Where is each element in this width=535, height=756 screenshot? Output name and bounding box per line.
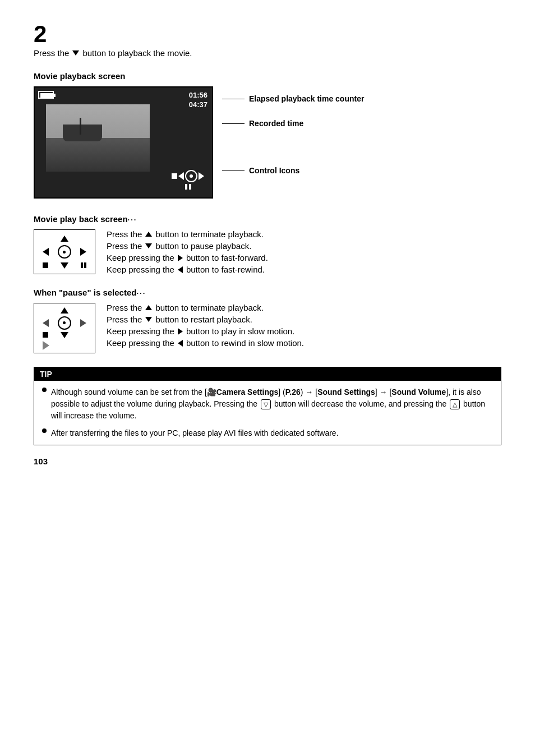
bullet-dot-2 (42, 428, 47, 433)
page-number: 103 (34, 457, 501, 466)
pcell-empty-4-3 (74, 340, 93, 351)
step-intro: Press the button to playback the movie. (34, 48, 501, 58)
right-arrow-icon (178, 328, 183, 335)
pcell-slowplay (36, 340, 55, 351)
pause-section: When "pause" is selected··· (34, 288, 501, 353)
movie-playback-instructions-text: Press the button to terminate playback. … (107, 229, 268, 274)
movie-playback-controls-title: Movie play back screen··· (34, 214, 501, 224)
tip-text-2: After transferring the files to your PC,… (51, 427, 339, 439)
down-arrow-icon (145, 243, 152, 248)
callout-controls: Control Icons (222, 166, 364, 175)
pcell-empty-tl (36, 306, 55, 316)
pause-instr-line-3: Keep pressing the button to play in slow… (107, 326, 304, 336)
cell-up (56, 232, 74, 245)
elapsed-time: 01:56 (189, 91, 207, 100)
pause-icon (185, 184, 191, 190)
bullet-dot-1 (42, 388, 47, 392)
callouts: Elapsed playback time counter Recorded t… (222, 86, 364, 175)
pcell-left (36, 316, 55, 330)
callout-line (222, 170, 245, 171)
tip-bullet-1: Although sound volume can be set from th… (42, 386, 493, 422)
step-intro-pre: Press the (34, 48, 69, 58)
tip-bullet-2: After transferring the files to your PC,… (42, 427, 493, 439)
instr-line-4: Keep pressing the button to fast-rewind. (107, 265, 268, 274)
pcell-right (74, 316, 93, 330)
instr-line-3: Keep pressing the button to fast-forward… (107, 253, 268, 262)
time-display: 01:56 04:37 (189, 91, 207, 110)
instr-line-1: Press the button to terminate playback. (107, 229, 268, 239)
callout-recorded-text: Recorded time (249, 119, 303, 128)
pause-instr-line-1: Press the button to terminate playback. (107, 303, 304, 312)
pause-control-diagram (34, 303, 95, 353)
pcell-center (56, 316, 74, 330)
pcell-up (56, 306, 74, 316)
pcell-empty-tr (74, 306, 93, 316)
pcell-stop (36, 330, 55, 340)
tip-header: TIP (34, 367, 501, 381)
pause-instr-line-2: Press the button to restart playback. (107, 315, 304, 324)
tip-text-1: Although sound volume can be set from th… (51, 386, 493, 422)
left-arrow-icon (178, 266, 183, 273)
movie-playback-controls-section: Movie play back screen··· Press the butt… (34, 214, 501, 274)
pause-instr-line-4: Keep pressing the button to rewind in sl… (107, 338, 304, 348)
callout-elapsed: Elapsed playback time counter (222, 94, 364, 103)
cell-empty-tr (74, 232, 93, 245)
pause-instructions-text: Press the button to terminate playback. … (107, 303, 304, 348)
screen-controls-area (172, 170, 204, 190)
rewind-icon (178, 172, 184, 180)
stop-icon (172, 173, 177, 179)
pcell-empty-4-2 (56, 340, 74, 351)
cell-right (74, 245, 93, 259)
up-button-icon: △ (450, 399, 460, 409)
video-preview (46, 104, 150, 172)
playback-screen-container: 01:56 04:37 (34, 86, 501, 199)
right-arrow-icon (178, 255, 183, 261)
tip-content: Although sound volume can be set from th… (34, 381, 501, 445)
cell-down (56, 259, 74, 271)
callout-controls-text: Control Icons (249, 166, 299, 175)
step-number: 2 (34, 22, 501, 46)
cell-center (56, 245, 74, 259)
playback-screen-title: Movie playback screen (34, 71, 501, 81)
step-intro-post: button to playback the movie. (82, 48, 192, 58)
down-arrow-icon (145, 317, 152, 322)
cell-stop (36, 259, 55, 271)
down-arrow-icon (72, 50, 79, 56)
recorded-time: 04:37 (189, 100, 207, 110)
pcell-down (56, 330, 74, 340)
center-icon (185, 170, 197, 182)
up-arrow-icon (145, 305, 152, 310)
pause-section-title: When "pause" is selected··· (34, 288, 501, 297)
pause-control-grid (34, 303, 95, 353)
cell-empty-tl (36, 232, 55, 245)
pause-icon-row (185, 184, 191, 190)
pause-instructions-row: Press the button to terminate playback. … (34, 303, 501, 353)
cell-left (36, 245, 55, 259)
control-icon-diagram (34, 229, 95, 274)
battery-icon (38, 91, 54, 99)
cell-empty-br (74, 259, 93, 271)
callout-elapsed-text: Elapsed playback time counter (249, 94, 364, 103)
callout-line (222, 99, 245, 99)
down-button-icon: ▽ (261, 399, 271, 409)
callout-recorded: Recorded time (222, 119, 364, 128)
callout-line (222, 123, 245, 124)
screen-control-icons (172, 170, 204, 182)
movie-playback-screen-section: Movie playback screen 01:56 04:37 (34, 71, 501, 199)
instr-line-2: Press the button to pause playback. (107, 241, 268, 251)
screen-diagram: 01:56 04:37 (34, 86, 213, 199)
tip-box: TIP Although sound volume can be set fro… (34, 367, 501, 445)
up-arrow-icon (145, 232, 152, 237)
movie-playback-instructions-row: Press the button to terminate playback. … (34, 229, 501, 274)
left-arrow-icon (178, 340, 183, 347)
pcell-empty-br (74, 330, 93, 340)
fast-forward-icon (199, 172, 204, 180)
